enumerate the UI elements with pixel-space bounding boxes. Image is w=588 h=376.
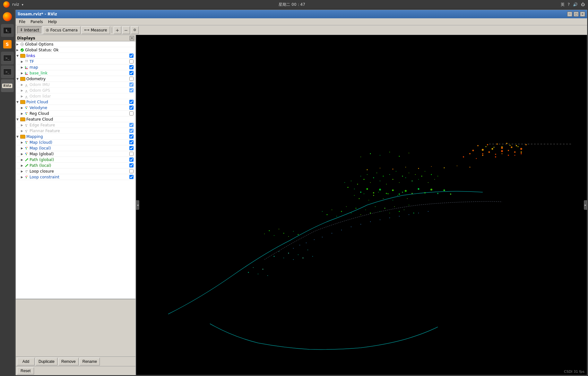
taskbar-firefox[interactable]: [1, 10, 14, 23]
list-item[interactable]: ▼ Feature Cloud: [16, 116, 135, 122]
links-checkbox[interactable]: [129, 54, 134, 58]
svg-point-100: [375, 206, 376, 207]
loopclosure-checkbox[interactable]: [129, 169, 134, 173]
remove-button[interactable]: Remove: [58, 358, 79, 365]
svg-point-181: [411, 193, 413, 194]
viewport[interactable]: ◂ ▸: [136, 35, 587, 375]
pathglobal-checkbox[interactable]: [129, 158, 134, 162]
base-link-checkbox[interactable]: [129, 71, 134, 75]
regcloud-checkbox[interactable]: [129, 111, 134, 115]
app-dropdown-icon[interactable]: ▾: [22, 3, 23, 6]
list-item[interactable]: ▶ Loop constraint: [16, 174, 135, 180]
svg-point-111: [380, 155, 380, 156]
list-item[interactable]: ▶ Map (local): [16, 145, 135, 151]
svg-point-81: [508, 150, 509, 151]
collapse-right-handle[interactable]: ▸: [584, 200, 587, 210]
maplocal-checkbox[interactable]: [129, 146, 134, 150]
list-item[interactable]: ▶ Path (local): [16, 163, 135, 168]
odom-imu-icon: ∧: [25, 83, 29, 87]
menu-file[interactable]: File: [16, 19, 28, 25]
list-item[interactable]: ▶ Map (global): [16, 151, 135, 157]
loopconstraint-checkbox[interactable]: [129, 175, 134, 179]
svg-point-189: [299, 245, 300, 245]
odom-gps-checkbox[interactable]: [129, 88, 134, 92]
odom-imu-checkbox[interactable]: [129, 82, 134, 87]
svg-point-141: [264, 234, 265, 234]
mapglobal-checkbox[interactable]: [129, 152, 134, 156]
svg-point-115: [354, 195, 355, 196]
svg-point-121: [383, 198, 384, 199]
mapping-checkbox[interactable]: [129, 134, 134, 139]
menu-help[interactable]: Help: [46, 19, 59, 25]
taskbar-terminal1[interactable]: $_: [1, 24, 14, 37]
list-item[interactable]: ▶ Map (cloud): [16, 140, 135, 145]
pathlocal-icon: [25, 164, 29, 167]
interact-button[interactable]: ↕ Interact: [17, 26, 42, 34]
nav-minus-button[interactable]: −: [122, 26, 130, 34]
measure-button[interactable]: ⟷ Measure: [82, 26, 110, 34]
duplicate-button[interactable]: Duplicate: [36, 358, 57, 365]
fps-counter: CSDI 31 fps: [564, 370, 584, 374]
list-item[interactable]: ▶ ∧ Odom lidar: [16, 93, 135, 99]
reset-button[interactable]: Reset: [17, 367, 34, 374]
svg-point-34: [27, 170, 28, 171]
close-button[interactable]: ✕: [580, 12, 585, 17]
svg-point-151: [482, 149, 484, 151]
minimize-button[interactable]: ─: [567, 12, 572, 17]
svg-point-119: [373, 195, 374, 196]
regcloud-label: Reg Cloud: [30, 111, 129, 116]
velodyne-checkbox[interactable]: [129, 106, 134, 110]
menu-panels[interactable]: Panels: [28, 19, 46, 25]
list-item[interactable]: ▼ Point Cloud: [16, 99, 135, 105]
list-item[interactable]: ▶ ∧ Odom IMU: [16, 82, 135, 88]
maplocal-icon: [25, 146, 29, 150]
taskbar-sublime[interactable]: S: [1, 38, 14, 51]
pathlocal-checkbox[interactable]: [129, 163, 134, 167]
svg-point-19: [25, 130, 26, 131]
list-item[interactable]: ▶ ∧ Odom GPS: [16, 88, 135, 93]
mapcloud-checkbox[interactable]: [129, 140, 134, 144]
displays-close-button[interactable]: ✕: [130, 36, 134, 40]
svg-point-154: [497, 143, 498, 145]
taskbar-terminal3[interactable]: >_: [1, 65, 14, 78]
list-item[interactable]: ▶ Reg Cloud: [16, 111, 135, 116]
focus-camera-button[interactable]: ◎ Focus Camera: [43, 26, 81, 34]
list-item[interactable]: ▶ Plannar Feature: [16, 128, 135, 134]
list-item[interactable]: ▼ Odometry: [16, 76, 135, 82]
taskbar-rviz[interactable]: RViz: [1, 79, 14, 92]
list-item[interactable]: ▶ Loop closure: [16, 168, 135, 174]
svg-point-113: [399, 156, 400, 157]
svg-point-112: [389, 152, 390, 152]
list-item[interactable]: ▶ Global Options: [16, 41, 135, 47]
pointcloud-checkbox[interactable]: [129, 100, 134, 104]
taskbar-terminal2[interactable]: >_: [1, 52, 14, 64]
add-button[interactable]: Add: [17, 358, 35, 365]
list-item[interactable]: ▶ Edge Feature: [16, 122, 135, 128]
tf-checkbox[interactable]: [129, 59, 134, 64]
svg-point-174: [367, 188, 368, 190]
odometry-checkbox[interactable]: [129, 77, 134, 81]
list-item[interactable]: ▶ base_link: [16, 70, 135, 76]
edgefeature-checkbox[interactable]: [129, 123, 134, 127]
list-item[interactable]: ▶ TF TF: [16, 59, 135, 64]
firefox-icon[interactable]: [3, 1, 10, 8]
map-checkbox[interactable]: [129, 65, 134, 69]
list-item[interactable]: ▼ links: [16, 53, 135, 59]
power-icon[interactable]: ⏻: [581, 2, 585, 7]
nav-extra-button[interactable]: ⚙: [131, 26, 139, 34]
svg-point-102: [385, 208, 385, 209]
list-item[interactable]: ▶ Path (global): [16, 157, 135, 163]
maximize-button[interactable]: □: [574, 12, 579, 17]
nav-plus-button[interactable]: +: [114, 26, 121, 34]
sound-icon[interactable]: 🔊: [573, 2, 578, 7]
list-item[interactable]: ▶ Global Status: Ok: [16, 47, 135, 53]
svg-point-150: [477, 145, 479, 146]
collapse-left-handle[interactable]: ◂: [136, 200, 139, 210]
svg-point-195: [351, 226, 351, 227]
list-item[interactable]: ▶ Velodyne: [16, 105, 135, 111]
list-item[interactable]: ▼ Mapping: [16, 134, 135, 140]
svg-point-95: [351, 213, 351, 213]
list-item[interactable]: ▶ map: [16, 64, 135, 70]
rename-button[interactable]: Rename: [80, 358, 100, 365]
plannarfeature-checkbox[interactable]: [129, 129, 134, 133]
